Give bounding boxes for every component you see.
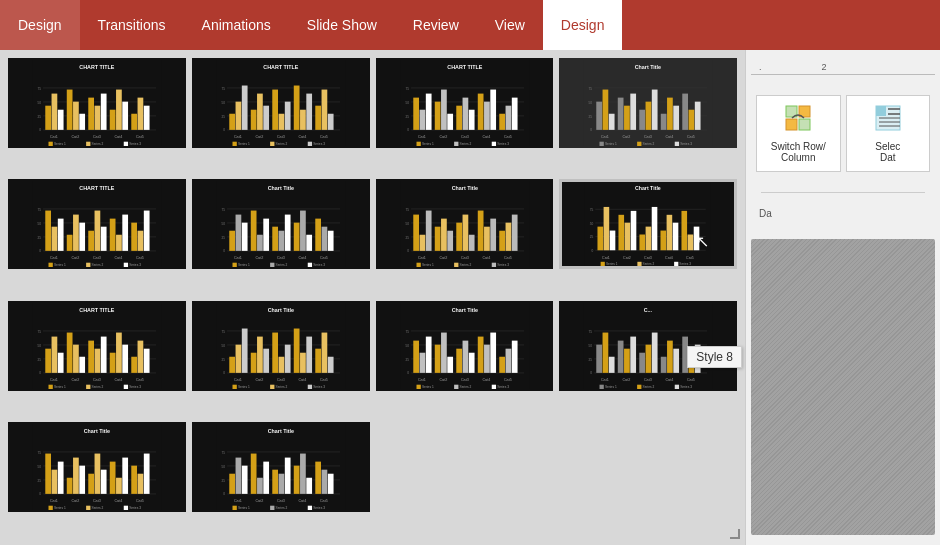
da-label: Da (751, 208, 935, 219)
svg-text:CHART TITLE: CHART TITLE (79, 185, 115, 191)
svg-text:75: 75 (589, 329, 593, 333)
svg-rect-476 (242, 465, 248, 493)
svg-text:Cat3: Cat3 (93, 378, 101, 382)
svg-rect-426 (600, 384, 604, 388)
svg-text:Cat2: Cat2 (439, 135, 447, 139)
svg-text:0: 0 (407, 371, 409, 375)
svg-rect-178 (124, 263, 128, 267)
chart-style-item-4[interactable]: Chart TitleCat1Cat2Cat3Cat4Cat50255075Se… (559, 58, 737, 148)
svg-text:Cat1: Cat1 (417, 378, 425, 382)
svg-text:Cat1: Cat1 (417, 135, 425, 139)
svg-text:Cat5: Cat5 (320, 499, 328, 503)
chart-style-item-5[interactable]: CHART TITLECat1Cat2Cat3Cat4Cat50255075Se… (8, 179, 186, 269)
svg-rect-331 (235, 344, 241, 372)
svg-rect-502 (308, 505, 312, 509)
tab-animations[interactable]: Animations (184, 0, 289, 50)
svg-text:Cat2: Cat2 (71, 135, 79, 139)
svg-rect-402 (597, 344, 603, 372)
select-data-button[interactable]: Selec Dat (846, 95, 931, 172)
svg-rect-295 (52, 336, 58, 372)
tab-design-active[interactable]: Design (543, 0, 623, 50)
svg-text:Cat5: Cat5 (503, 257, 511, 261)
svg-text:0: 0 (39, 128, 41, 132)
tab-slideshow[interactable]: Slide Show (289, 0, 395, 50)
svg-rect-260 (610, 231, 616, 251)
chart-style-item-10[interactable]: Chart TitleCat1Cat2Cat3Cat4Cat50255075Se… (192, 301, 370, 391)
svg-rect-152 (58, 219, 64, 251)
tab-view[interactable]: View (477, 0, 543, 50)
chart-style-item-13[interactable]: Chart TitleCat1Cat2Cat3Cat4Cat50255075Se… (8, 422, 186, 512)
svg-rect-12 (79, 114, 85, 130)
chart-style-item-14[interactable]: Chart TitleCat1Cat2Cat3Cat4Cat50255075Se… (192, 422, 370, 512)
svg-text:75: 75 (221, 450, 225, 454)
chart-style-item-3[interactable]: CHART TITLECat1Cat2Cat3Cat4Cat50255075Se… (376, 58, 554, 148)
svg-text:0: 0 (223, 371, 225, 375)
svg-rect-250 (491, 263, 495, 267)
svg-text:Chart Title: Chart Title (84, 427, 110, 433)
svg-text:Series 1: Series 1 (238, 264, 250, 268)
svg-rect-336 (263, 348, 269, 372)
svg-text:25: 25 (405, 236, 409, 240)
svg-rect-356 (270, 384, 274, 388)
panel-buttons: Switch Row/ Column (751, 90, 935, 177)
chart-style-item-8[interactable]: Chart TitleCat1Cat2Cat3Cat4Cat50255075Se… (559, 179, 737, 269)
svg-rect-442 (67, 478, 73, 494)
svg-rect-482 (272, 469, 278, 493)
svg-rect-354 (232, 384, 236, 388)
svg-rect-507 (799, 119, 810, 130)
svg-rect-304 (101, 336, 107, 372)
svg-text:CHART TITLE: CHART TITLE (263, 64, 299, 70)
svg-text:Cat2: Cat2 (623, 256, 631, 260)
svg-rect-268 (652, 207, 658, 250)
svg-rect-162 (110, 219, 116, 251)
svg-rect-187 (235, 215, 241, 251)
svg-text:0: 0 (590, 371, 592, 375)
chart-style-item-11[interactable]: Chart TitleCat1Cat2Cat3Cat4Cat50255075Se… (376, 301, 554, 391)
svg-text:50: 50 (590, 222, 594, 226)
resize-handle[interactable] (730, 529, 742, 541)
svg-text:Cat5: Cat5 (136, 257, 144, 261)
chart-style-item-12[interactable]: C...Cat1Cat2Cat3Cat4Cat50255075Series 1S… (559, 301, 737, 391)
svg-text:25: 25 (37, 478, 41, 482)
svg-rect-444 (79, 465, 85, 493)
svg-text:Series 3: Series 3 (497, 142, 509, 146)
svg-rect-166 (131, 223, 137, 251)
svg-rect-43 (235, 102, 241, 130)
svg-rect-222 (413, 215, 419, 251)
svg-text:Series 2: Series 2 (643, 142, 655, 146)
chart-style-item-1[interactable]: CHART TITLECat1Cat2Cat3Cat4Cat50255075Se… (8, 58, 186, 148)
switch-row-col-button[interactable]: Switch Row/ Column (756, 95, 841, 172)
svg-text:Cat3: Cat3 (277, 257, 285, 261)
tab-transitions[interactable]: Transitions (80, 0, 184, 50)
svg-rect-438 (45, 453, 51, 493)
svg-rect-488 (306, 478, 312, 494)
svg-text:Series 3: Series 3 (680, 142, 692, 146)
svg-text:Cat1: Cat1 (234, 257, 242, 261)
svg-rect-298 (67, 332, 73, 372)
svg-text:Series 1: Series 1 (54, 506, 66, 510)
svg-rect-230 (456, 223, 462, 251)
svg-rect-311 (138, 340, 144, 372)
svg-rect-346 (315, 348, 321, 372)
chart-style-item-7[interactable]: Chart TitleCat1Cat2Cat3Cat4Cat50255075Se… (376, 179, 554, 269)
svg-text:50: 50 (589, 343, 593, 347)
chart-style-item-6[interactable]: Chart TitleCat1Cat2Cat3Cat4Cat50255075Se… (192, 179, 370, 269)
svg-text:Cat4: Cat4 (482, 135, 490, 139)
chart-style-item-2[interactable]: CHART TITLECat1Cat2Cat3Cat4Cat50255075Se… (192, 58, 370, 148)
svg-rect-411 (646, 344, 652, 372)
chart-style-item-9[interactable]: CHART TITLECat1Cat2Cat3Cat4Cat50255075Se… (8, 301, 186, 391)
svg-rect-303 (95, 348, 101, 372)
svg-text:Series 1: Series 1 (54, 264, 66, 268)
svg-rect-415 (667, 340, 673, 372)
tab-review[interactable]: Review (395, 0, 477, 50)
svg-rect-382 (499, 356, 505, 372)
svg-rect-306 (110, 352, 116, 372)
svg-rect-384 (511, 340, 517, 372)
tab-design-left[interactable]: Design (0, 0, 80, 50)
svg-text:Cat1: Cat1 (50, 257, 58, 261)
svg-rect-22 (131, 114, 137, 130)
svg-text:50: 50 (37, 343, 41, 347)
svg-text:Series 1: Series 1 (238, 385, 250, 389)
svg-rect-159 (95, 211, 101, 251)
svg-rect-375 (462, 340, 468, 372)
